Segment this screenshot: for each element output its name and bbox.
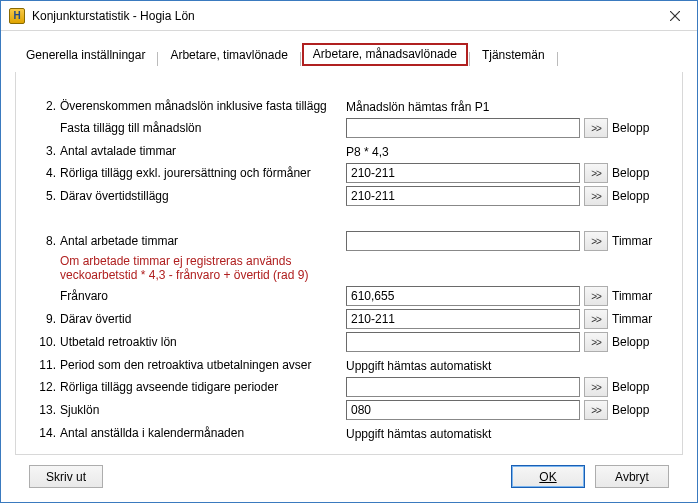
unit-label: Timmar — [612, 312, 662, 326]
lookup-button[interactable]: >> — [584, 377, 608, 397]
unit-label: Belopp — [612, 189, 662, 203]
row-num: 4. — [36, 166, 60, 180]
row-num: 12. — [36, 380, 60, 394]
tab-arbetare-tim[interactable]: Arbetare, timavlönade — [159, 44, 298, 66]
row-label: Period som den retroaktiva utbetalningen… — [60, 358, 346, 372]
row-label: Sjuklön — [60, 403, 346, 417]
row-num: 8. — [36, 234, 60, 248]
unit-label: Timmar — [612, 289, 662, 303]
static-text: Uppgift hämtas automatiskt — [346, 357, 491, 373]
fasta-tillagg-input[interactable] — [346, 118, 580, 138]
unit-label: Timmar — [612, 234, 662, 248]
row-num: 10. — [36, 335, 60, 349]
arbetade-timmar-input[interactable] — [346, 231, 580, 251]
lookup-button[interactable]: >> — [584, 286, 608, 306]
tab-bar: Generella inställningar Arbetare, timavl… — [15, 43, 683, 66]
ok-button[interactable]: OK — [511, 465, 585, 488]
tab-tjansteman[interactable]: Tjänstemän — [471, 44, 556, 66]
window-title: Konjunkturstatistik - Hogia Lön — [32, 9, 652, 23]
row-label: Antal anställda i kalendermånaden — [60, 426, 346, 440]
row-num: 3. — [36, 144, 60, 158]
row-num: 14. — [36, 426, 60, 440]
unit-label: Belopp — [612, 380, 662, 394]
dialog-footer: Skriv ut OK Avbryt — [15, 455, 683, 502]
static-text: P8 * 4,3 — [346, 143, 389, 159]
tab-generella[interactable]: Generella inställningar — [15, 44, 156, 66]
lookup-button[interactable]: >> — [584, 400, 608, 420]
note-text: Om arbetade timmar ej registreras använd… — [60, 254, 346, 282]
row-num: 11. — [36, 358, 60, 372]
rorliga-tillagg-input[interactable] — [346, 163, 580, 183]
row-label: Antal arbetade timmar — [60, 234, 346, 248]
row-label: Utbetald retroaktiv lön — [60, 335, 346, 349]
form-panel: 2. Överenskommen månadslön inklusive fas… — [15, 72, 683, 455]
row-label: Fasta tillägg till månadslön — [60, 121, 346, 135]
titlebar: H Konjunkturstatistik - Hogia Lön — [1, 1, 697, 31]
cancel-button[interactable]: Avbryt — [595, 465, 669, 488]
unit-label: Belopp — [612, 166, 662, 180]
row-label: Överenskommen månadslön inklusive fasta … — [60, 99, 346, 113]
row-label: Därav övertid — [60, 312, 346, 326]
unit-label: Belopp — [612, 335, 662, 349]
overtids-tillagg-input[interactable] — [346, 186, 580, 206]
print-button-label: Skriv ut — [46, 470, 86, 484]
ok-button-label: OK — [539, 470, 556, 484]
row-label: Antal avtalade timmar — [60, 144, 346, 158]
row-label: Rörliga tillägg avseende tidigare period… — [60, 380, 346, 394]
close-icon — [670, 11, 680, 21]
lookup-button[interactable]: >> — [584, 332, 608, 352]
lookup-button[interactable]: >> — [584, 231, 608, 251]
row-num: 9. — [36, 312, 60, 326]
sjuklon-input[interactable] — [346, 400, 580, 420]
unit-label: Belopp — [612, 403, 662, 417]
row-label: Frånvaro — [60, 289, 346, 303]
close-button[interactable] — [652, 1, 697, 31]
lookup-button[interactable]: >> — [584, 118, 608, 138]
row-label: Därav övertidstillägg — [60, 189, 346, 203]
lookup-button[interactable]: >> — [584, 309, 608, 329]
app-icon: H — [9, 8, 25, 24]
retroaktiv-lon-input[interactable] — [346, 332, 580, 352]
lookup-button[interactable]: >> — [584, 163, 608, 183]
row-label: Rörliga tillägg exkl. jourersättning och… — [60, 166, 346, 180]
lookup-button[interactable]: >> — [584, 186, 608, 206]
cancel-button-label: Avbryt — [615, 470, 649, 484]
static-text: Månadslön hämtas från P1 — [346, 98, 489, 114]
franvaro-input[interactable] — [346, 286, 580, 306]
unit-label: Belopp — [612, 121, 662, 135]
print-button[interactable]: Skriv ut — [29, 465, 103, 488]
row-num: 13. — [36, 403, 60, 417]
row-num: 5. — [36, 189, 60, 203]
tidigare-perioder-input[interactable] — [346, 377, 580, 397]
static-text: Uppgift hämtas automatiskt — [346, 425, 491, 441]
tab-arbetare-manad[interactable]: Arbetare, månadsavlönade — [302, 43, 468, 66]
overtid-input[interactable] — [346, 309, 580, 329]
row-num: 2. — [36, 99, 60, 113]
